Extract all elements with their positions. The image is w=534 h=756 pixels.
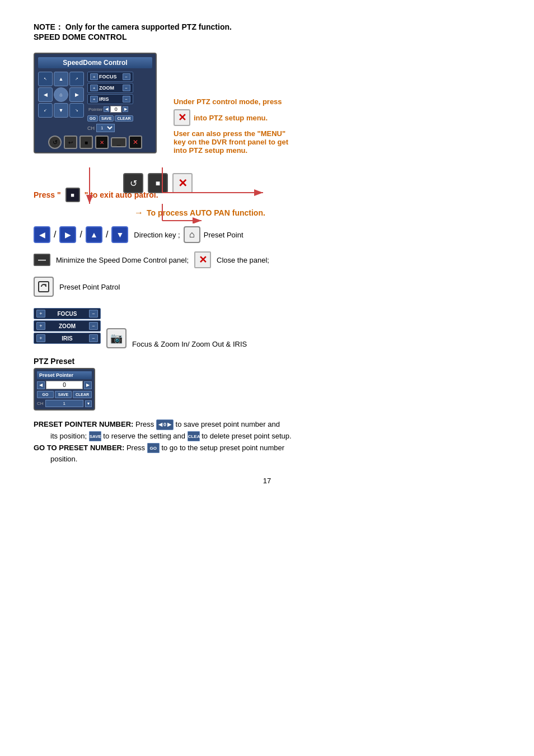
focus-minus[interactable]: − [123, 73, 130, 80]
inline-prev-icon: ◀ [158, 421, 162, 428]
close-text: Close the panel; [217, 256, 269, 264]
preset-nav-val: 0 [46, 381, 83, 389]
dir-key-up[interactable]: ▲ [86, 226, 102, 243]
fzi-zoom-minus[interactable]: − [89, 322, 98, 330]
right-line1: Under PTZ control mode, press [174, 97, 341, 106]
dir-bottom-left[interactable]: ↙ [38, 103, 53, 118]
focus-plus[interactable]: + [90, 73, 98, 80]
preset-go-btn[interactable]: GO [37, 391, 54, 398]
dir-center[interactable]: ⌂ [54, 87, 68, 102]
action-row: GO SAVE CLEAR [87, 115, 133, 122]
minimize-row: — Minimize the Speed Dome Control panel;… [34, 251, 500, 268]
save-button[interactable]: SAVE [99, 115, 114, 122]
iris-minus[interactable]: − [123, 96, 130, 102]
dir-up[interactable]: ▲ [54, 72, 68, 86]
right-line2: into PTZ setup menu. [194, 114, 268, 122]
fzi-zoom-label: ZOOM [48, 323, 87, 329]
page-number: 17 [34, 477, 500, 485]
iris-plus[interactable]: + [90, 96, 98, 102]
right-line5: into PTZ setup menu. [174, 146, 341, 155]
fzi-focus-plus[interactable]: + [36, 310, 45, 318]
fzi-section: + FOCUS − + ZOOM − + IRIS − 📷 Focus & Zo… [34, 308, 500, 348]
page-num-text: 17 [263, 477, 271, 485]
clear-button[interactable]: CLEAR [115, 115, 133, 122]
fzi-iris-label: IRIS [48, 335, 87, 342]
panel-icon-autopan2[interactable]: ↩ [64, 136, 77, 149]
pointer-label: Pointer [88, 107, 102, 112]
focus-row: + FOCUS − [87, 72, 133, 82]
panel-icon-close[interactable]: ✕ [95, 136, 109, 149]
go-heading: GO TO PRESET NUMBER: [34, 444, 124, 452]
preset-pointer-text: to save preset point number and [176, 420, 280, 428]
zoom-row: + ZOOM − [87, 83, 133, 93]
preset-mini-btns: GO SAVE CLEAR [37, 391, 92, 398]
panel-icon-minimize[interactable]: _ [111, 137, 127, 147]
dir-right[interactable]: ▶ [69, 87, 84, 102]
focus-label: FOCUS [99, 74, 121, 80]
preset-nav-next[interactable]: ▶ [84, 381, 92, 389]
dir-key-right[interactable]: ▶ [59, 226, 76, 243]
fzi-focus-minus[interactable]: − [89, 310, 98, 318]
note-section: NOTE： Only for the camera supported PTZ … [34, 22, 500, 41]
save-text: to reserve the setting and [103, 432, 185, 440]
dir-bottom-right[interactable]: ↘ [69, 103, 84, 118]
panel-icon-x[interactable]: ✕ [129, 136, 142, 149]
ptz-setup-icon: ✕ [174, 109, 190, 126]
preset-ch-arrow[interactable]: ▼ [85, 400, 92, 407]
right-text-box: Under PTZ control mode, press ✕ into PTZ… [174, 97, 341, 155]
patrol-icon[interactable] [34, 277, 54, 297]
preset-mini-panel: Preset Pointer ◀ 0 ▶ GO SAVE CLEAR CH 1 … [34, 368, 95, 410]
bottom-text: PRESET POINTER NUMBER: Press ◀ 0 ▶ to sa… [34, 419, 500, 465]
dir-left[interactable]: ◀ [38, 87, 53, 102]
preset-ch-label: CH [37, 401, 44, 406]
preset-point-icon[interactable]: ⌂ [184, 226, 200, 243]
pointer-value: 0 [110, 106, 121, 113]
clear-text: to delete preset point setup. [202, 432, 291, 440]
direction-key-label: Direction key ; [134, 231, 180, 239]
fzi-iris-plus[interactable]: + [36, 334, 45, 342]
ch-label: CH [87, 125, 95, 131]
dir-key-left[interactable]: ◀ [34, 226, 50, 243]
zoom-minus[interactable]: − [123, 85, 130, 91]
fzi-controls: + FOCUS − + ZOOM − + IRIS − [34, 308, 101, 345]
clear-inline-icon: CLEAR [188, 431, 200, 441]
fzi-zoom-plus[interactable]: + [36, 322, 45, 330]
its-position-text: its position; [50, 432, 87, 440]
dir-top-right[interactable]: ↗ [69, 72, 84, 86]
fzi-iris-minus[interactable]: − [89, 334, 98, 342]
pointer-row: Pointer ◀ 0 ▶ [87, 105, 133, 113]
ptz-preset-label: PTZ Preset [34, 357, 500, 366]
ch-row: CH 1 [87, 124, 133, 132]
inline-val: 0 [163, 421, 166, 428]
iris-label: IRIS [99, 96, 121, 102]
pointer-prev[interactable]: ◀ [104, 106, 109, 112]
dir-key-down[interactable]: ▼ [111, 226, 128, 243]
save-inline-icon: SAVE [89, 431, 101, 441]
preset-pointer-heading: PRESET POINTER NUMBER: [34, 420, 133, 428]
ch-select[interactable]: 1 [96, 124, 115, 132]
pointer-next[interactable]: ▶ [123, 106, 128, 112]
minimize-icon[interactable]: — [34, 254, 50, 266]
speeddome-title: SpeedDome Control [38, 57, 152, 68]
dir-top-left[interactable]: ↖ [38, 72, 53, 86]
preset-save-btn[interactable]: SAVE [55, 391, 72, 398]
direction-pad: ↖ ▲ ↗ ◀ ⌂ ▶ ↙ ▼ ↘ [38, 72, 84, 132]
panel-icon-autopan[interactable]: ↺ [48, 136, 62, 149]
close-panel-icon[interactable]: ✕ [194, 251, 211, 268]
preset-nav-prev[interactable]: ◀ [37, 381, 45, 389]
go-button[interactable]: GO [87, 115, 98, 122]
go-preset-line: GO TO PRESET NUMBER: Press GO to go to t… [34, 442, 500, 454]
arrow-diagram [50, 167, 341, 223]
fzi-focus-label: FOCUS [48, 311, 87, 317]
preset-mini-title: Preset Pointer [37, 371, 92, 379]
inline-preset-control: ◀ 0 ▶ [156, 419, 174, 430]
panel-icon-stop[interactable]: ■ [79, 136, 93, 149]
preset-mini-ch: CH 1 ▼ [37, 400, 92, 407]
preset-point-label: Preset Point [204, 231, 243, 239]
preset-patrol-row: Preset Point Patrol [34, 277, 500, 297]
dir-down[interactable]: ▼ [54, 103, 68, 118]
zoom-plus[interactable]: + [90, 85, 98, 91]
camera-icon: 📷 [106, 328, 127, 348]
preset-mini-nav: ◀ 0 ▶ [37, 381, 92, 389]
preset-clear-btn[interactable]: CLEAR [73, 391, 92, 398]
